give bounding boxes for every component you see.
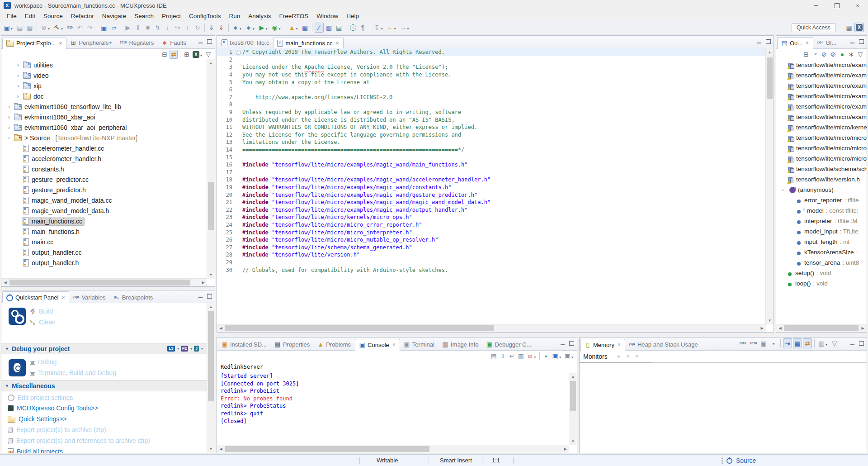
outline-member-tensor_arena[interactable]: tensor_arena : uint8 [776, 257, 867, 268]
code-line-12[interactable]: 12See the License for the specific langu… [217, 131, 766, 139]
resume-button[interactable]: ▶ [123, 23, 132, 33]
tree-item-output-handler-h[interactable]: output_handler.h [1, 257, 207, 268]
maximize-view-icon[interactable] [207, 294, 212, 299]
display-console-button[interactable]: ▣▼ [551, 352, 562, 361]
quickstart-mcuxpresso-config-tools[interactable]: XMCUXpresso Config Tools>> [8, 404, 98, 412]
code-line-23[interactable]: 23#include "tensorflow/lite/micro/kernel… [217, 214, 766, 221]
explorer-tab-registers[interactable]: 1010Registers [116, 37, 158, 48]
code-line-19[interactable]: 19#include "tensorflow/lite/micro/exampl… [217, 184, 766, 191]
console-tab-console[interactable]: ▣Console× [355, 339, 400, 351]
code-line-13[interactable]: 13limitations under the License. [217, 138, 766, 146]
code-line-22[interactable]: 22#include "tensorflow/lite/micro/exampl… [217, 206, 766, 214]
open-perspective-button[interactable]: ▦ [844, 23, 854, 33]
word-wrap-button[interactable]: ↵ [508, 352, 516, 361]
quickstart-edit-project-settings[interactable]: Edit project settings [8, 394, 73, 401]
quickstart-export-project-s-and-references-to-archive-zip[interactable]: Export project(s) and references to arch… [8, 437, 150, 444]
code-line-29[interactable]: 29 [217, 259, 766, 266]
view-menu-button[interactable]: ▽ [856, 50, 864, 59]
menu-help[interactable]: Help [342, 12, 363, 20]
minimize-view-icon[interactable] [561, 344, 565, 345]
code-line-1[interactable]: 1−/* Copyright 2019 The TensorFlow Autho… [217, 48, 766, 56]
maximize-view-icon[interactable] [207, 39, 212, 44]
tree-expander-icon[interactable]: › [5, 114, 13, 120]
disconnect-button[interactable]: ↯ [153, 23, 162, 33]
menu-window[interactable]: Window [312, 12, 342, 20]
outline-include[interactable]: tensorflow/lite/version.h [776, 174, 867, 185]
maximize-view-icon[interactable] [859, 39, 864, 44]
outline-member-model[interactable]: cmodel : const tflite: [776, 205, 867, 216]
clear-console-button[interactable]: ▤ [490, 352, 498, 361]
menu-refactor[interactable]: Refactor [67, 12, 98, 20]
tree-item-magic-wand-model-data-h[interactable]: magic_wand_model_data.h [1, 205, 207, 216]
pin-console-button[interactable]: ▪ [542, 352, 550, 361]
memory-tab-memory[interactable]: ▯Memory× [580, 339, 625, 351]
code-line-26[interactable]: 26#include "tensorflow/lite/micro/micro_… [217, 236, 766, 244]
code-line-25[interactable]: 25#include "tensorflow/lite/micro/micro_… [217, 228, 766, 236]
code-editor[interactable]: 1−/* Copyright 2019 The TensorFlow Autho… [217, 48, 766, 324]
outline-include[interactable]: tensorflow/lite/micro/examples/magic_wan… [776, 81, 867, 91]
config-tools-button[interactable]: ▥ [325, 23, 334, 33]
quickstart-build-action[interactable]: Build [30, 308, 53, 315]
minimize-view-icon[interactable] [850, 344, 854, 345]
forward-button[interactable]: →▼ [399, 23, 411, 33]
quickstart-tab-breakpoints[interactable]: Breakpoints [110, 292, 157, 303]
probe-badge-p2[interactable]: P2 [181, 346, 188, 352]
probe-badge-ls[interactable]: LS [167, 346, 175, 352]
open-console-button[interactable]: ▣▼ [563, 352, 575, 361]
view-menu-button[interactable]: ▽ [830, 338, 839, 348]
quick-access-button[interactable]: Quick Access [792, 23, 835, 32]
menu-edit[interactable]: Edit [21, 12, 39, 20]
outline-member-interpreter[interactable]: interpreter : tflite::M [776, 216, 867, 226]
close-button[interactable]: × [847, 0, 868, 11]
tree-item-evkmimxrt1060-tensorflow-lite-lib[interactable]: ›Cevkmimxrt1060_tensorflow_lite_lib [1, 101, 207, 112]
debug-your-project-header[interactable]: ▼Debug your projectLS▼P2▼J▼ [1, 343, 207, 354]
view-menu-button[interactable]: ▽ [204, 50, 212, 59]
tree-expander-icon[interactable]: › [14, 83, 22, 89]
energy-measurement-button[interactable]: ▲▼ [288, 23, 300, 33]
profile-button[interactable]: ◉▼ [270, 23, 283, 33]
minimize-view-icon[interactable] [757, 43, 761, 43]
editor-tab-main-functions-cc[interactable]: cmain_functions.cc× [273, 38, 343, 49]
tree-item-utilities[interactable]: ›Cutilities [1, 60, 207, 70]
console-tab-properties[interactable]: ▤Properties [271, 339, 314, 350]
code-line-4[interactable]: 4you may not use this file except in com… [217, 71, 766, 79]
probe-badge-j[interactable]: J [194, 346, 199, 352]
menu-analysis[interactable]: Analysis [244, 12, 275, 20]
gui-flash-tool-button[interactable]: ⇓ [217, 23, 226, 33]
miscellaneous-header[interactable]: ▼Miscellaneous [1, 380, 207, 391]
tree-item-gesture-predictor-h[interactable]: gesture_predictor.h [1, 185, 207, 195]
dropdown-arrow-icon[interactable]: ▼ [278, 27, 281, 31]
split-panes-button[interactable]: ▦ [793, 338, 802, 348]
restart-button[interactable]: ↻ [193, 23, 202, 33]
code-line-17[interactable]: 17 [217, 169, 766, 176]
close-icon[interactable]: × [59, 40, 62, 47]
outline-hscrollbar[interactable]: ◀ ▶ [776, 324, 867, 332]
tree-expander-icon[interactable]: › [780, 186, 786, 194]
outline-member-input_length[interactable]: input_length : int [776, 237, 867, 247]
dropdown-arrow-icon[interactable]: ▼ [381, 27, 383, 31]
step-into-button[interactable]: ↓ [163, 23, 172, 33]
step-return-button[interactable]: ↑ [183, 23, 192, 33]
close-icon[interactable]: × [392, 342, 396, 348]
console-tab-installed-sd[interactable]: ▣Installed SD... [218, 339, 271, 350]
dropdown-arrow-icon[interactable]: ▼ [407, 27, 410, 31]
editor-tab-fxos8700-fifo-c[interactable]: cfxos8700_fifo.c [218, 38, 273, 48]
link-with-debug-button[interactable]: ⇄ [803, 338, 812, 348]
outline-include[interactable]: tensorflow/lite/micro/micro_interpreter.… [776, 143, 867, 153]
quickstart-debug-action[interactable]: Debug [30, 358, 57, 366]
outline-include[interactable]: tensorflow/lite/micro/examples/magic_wan… [776, 101, 867, 112]
tree-item-xip[interactable]: ›Cxip [1, 81, 207, 91]
close-icon[interactable]: × [618, 342, 621, 348]
code-line-9[interactable]: 9Unless required by applicable law or ag… [217, 109, 766, 116]
collapse-all-button[interactable]: ⊟ [160, 50, 169, 59]
tree-item-accelerometer-handler-cc[interactable]: accelerometer_handler.cc [1, 143, 207, 153]
outline-include[interactable]: tensorflow/lite/micro/examples/magic_wan… [776, 112, 867, 122]
outline-include[interactable]: tensorflow/lite/micro/examples/magic_wan… [776, 60, 867, 70]
info-button[interactable]: i [349, 22, 358, 33]
dropdown-arrow-icon[interactable]: ▼ [177, 347, 179, 351]
code-line-6[interactable]: 6 [217, 86, 766, 94]
tree-item-evkmimxrt1060-xbar-aoi[interactable]: ›Cevkmimxrt1060_xbar_aoi [1, 112, 207, 122]
maximize-view-icon[interactable] [569, 341, 574, 346]
highlight-edit-button[interactable]: ∕ [315, 23, 324, 33]
menu-source[interactable]: Source [39, 12, 67, 20]
